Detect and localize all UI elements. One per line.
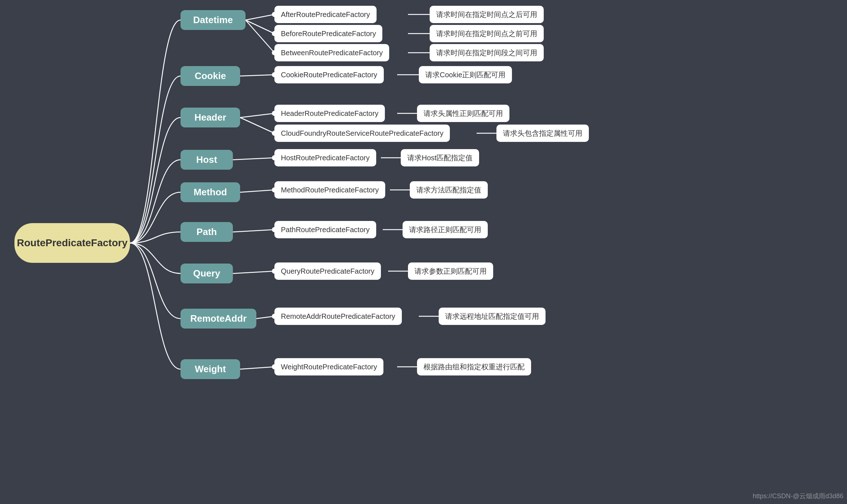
- mind-map-canvas: RoutePredicateFactory Datetime Cookie He…: [0, 0, 847, 504]
- svg-line-15: [240, 190, 274, 192]
- desc-host: 请求Host匹配指定值: [401, 149, 479, 166]
- category-cookie-label: Cookie: [195, 70, 226, 82]
- desc-query: 请求参数正则匹配可用: [408, 262, 493, 280]
- category-cookie: Cookie: [181, 66, 240, 86]
- category-remoteaddr-label: RemoteAddr: [190, 313, 247, 324]
- category-weight: Weight: [181, 359, 240, 379]
- desc-remote: 请求远程地址匹配指定值可用: [439, 308, 546, 325]
- desc-cookie: 请求Cookie正则匹配可用: [419, 66, 512, 83]
- svg-line-1: [246, 14, 274, 20]
- watermark: https://CSDN-@云烟成雨d3d86: [753, 492, 843, 500]
- svg-line-3: [246, 20, 274, 34]
- factory-after: AfterRoutePredicateFactory: [274, 6, 377, 23]
- desc-before: 请求时间在指定时间点之前可用: [430, 25, 544, 42]
- category-datetime: Datetime: [181, 10, 246, 30]
- root-node: RoutePredicateFactory: [14, 223, 130, 263]
- svg-line-13: [233, 158, 274, 160]
- desc-between: 请求时间在指定时间段之间可用: [430, 44, 544, 61]
- factory-weight: WeightRoutePredicateFactory: [274, 358, 383, 375]
- category-header: Header: [181, 108, 240, 127]
- category-host-label: Host: [196, 154, 217, 165]
- svg-line-7: [240, 75, 274, 76]
- factory-cookie: CookieRoutePredicateFactory: [274, 66, 384, 83]
- factory-path: PathRoutePredicateFactory: [274, 221, 376, 238]
- category-header-label: Header: [194, 112, 226, 123]
- category-method: Method: [181, 182, 240, 202]
- category-path-label: Path: [196, 226, 217, 238]
- category-query-label: Query: [193, 268, 220, 279]
- desc-path: 请求路径正则匹配可用: [403, 221, 488, 238]
- category-weight-label: Weight: [195, 364, 226, 375]
- desc-method: 请求方法匹配指定值: [410, 181, 488, 199]
- root-label: RoutePredicateFactory: [17, 237, 128, 249]
- factory-cloudfoundry: CloudFoundryRouteServiceRoutePredicateFa…: [274, 125, 450, 142]
- desc-header: 请求头属性正则匹配可用: [417, 105, 509, 122]
- category-host: Host: [181, 150, 233, 170]
- category-remoteaddr: RemoteAddr: [181, 309, 256, 329]
- desc-after: 请求时间在指定时间点之后可用: [430, 6, 544, 23]
- category-query: Query: [181, 264, 233, 283]
- desc-cloudfoundry: 请求头包含指定属性可用: [496, 125, 589, 142]
- factory-query: QueryRoutePredicateFactory: [274, 262, 381, 280]
- svg-line-5: [246, 20, 274, 53]
- svg-line-19: [233, 271, 274, 274]
- svg-line-9: [240, 113, 274, 118]
- svg-line-17: [233, 230, 274, 232]
- category-method-label: Method: [194, 187, 227, 198]
- svg-line-23: [240, 367, 274, 369]
- category-path: Path: [181, 222, 233, 242]
- svg-line-21: [256, 316, 274, 319]
- factory-between: BetweenRoutePredicateFactory: [274, 44, 389, 61]
- desc-weight: 根据路由组和指定权重进行匹配: [417, 358, 531, 375]
- category-datetime-label: Datetime: [193, 14, 233, 26]
- factory-before: BeforeRoutePredicateFactory: [274, 25, 382, 42]
- factory-header: HeaderRoutePredicateFactory: [274, 105, 385, 122]
- factory-host: HostRoutePredicateFactory: [274, 149, 376, 166]
- factory-method: MethodRoutePredicateFactory: [274, 181, 385, 199]
- svg-line-11: [240, 118, 274, 134]
- factory-remote: RemoteAddrRoutePredicateFactory: [274, 308, 402, 325]
